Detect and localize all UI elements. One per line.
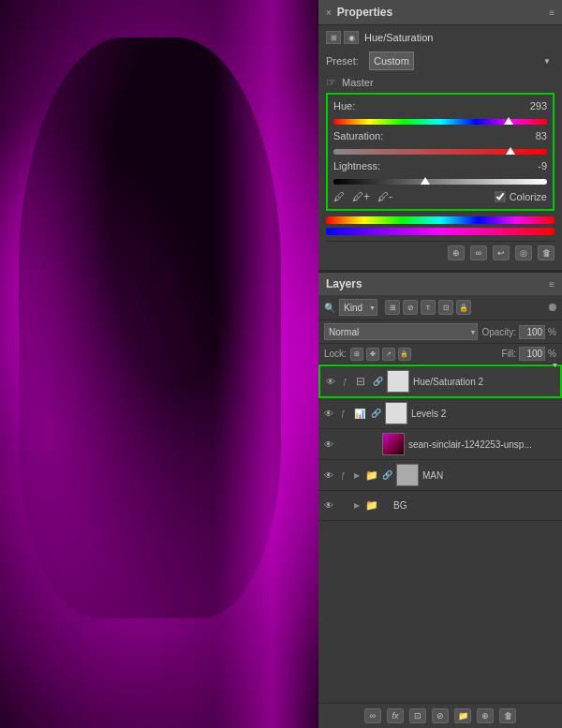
layer-thumb-hue-sat-2 <box>387 370 409 393</box>
master-row: ☞ Master <box>326 76 555 89</box>
preset-label: Preset: <box>326 55 363 67</box>
hue-label: Hue: <box>333 100 397 111</box>
panel-close-button[interactable]: × <box>326 7 332 18</box>
layers-btn-delete[interactable]: 🗑 <box>499 708 516 723</box>
layers-bottom-toolbar: ∞ fx ⊡ ⊘ 📁 ⊕ 🗑 <box>318 703 562 728</box>
preset-select[interactable]: Custom <box>369 52 414 70</box>
eyedropper-minus-icon[interactable]: 🖊- <box>377 190 392 203</box>
props-btn-link[interactable]: ∞ <box>470 245 487 260</box>
adjustment-icon-circle: ◉ <box>344 31 359 44</box>
panel-menu-icon[interactable]: ≡ <box>549 7 555 18</box>
saturation-slider-container[interactable] <box>333 145 547 158</box>
layer-eye-bg[interactable]: 👁 <box>324 500 337 511</box>
hue-slider-container[interactable] <box>333 115 547 128</box>
layer-chain-levels-2: 🔗 <box>371 409 381 418</box>
saturation-value: 83 <box>521 130 547 141</box>
colorize-checkbox[interactable] <box>495 191 506 202</box>
layers-search-icon: 🔍 <box>324 303 335 313</box>
hue-slider-track <box>333 119 547 125</box>
layer-expand-man[interactable]: ▶ <box>354 471 360 480</box>
layer-chain-hue-sat-2: 🔗 <box>373 377 383 386</box>
layer-name-bg: BG <box>393 500 556 511</box>
layer-eye-levels-2[interactable]: 👁 <box>324 409 337 419</box>
props-btn-visibility[interactable]: ◎ <box>515 245 532 260</box>
opacity-controls: Opacity: % ▼ <box>481 325 556 339</box>
hsl-controls-box: Hue: 293 Saturation: 83 Lightness: <box>326 93 555 211</box>
lightness-slider-thumb[interactable] <box>421 177 430 185</box>
layers-menu-icon[interactable]: ≡ <box>549 279 555 290</box>
lock-all-btn[interactable]: 🔒 <box>398 348 411 361</box>
eyedropper-icon[interactable]: 🖊 <box>333 190 345 203</box>
filter-icon-smart[interactable]: 🔒 <box>456 300 471 315</box>
layers-btn-adjust[interactable]: ⊘ <box>432 708 449 723</box>
blend-mode-select[interactable]: Normal <box>324 323 478 340</box>
layer-thumb-levels-2 <box>385 402 407 424</box>
props-btn-add[interactable]: ⊕ <box>448 245 465 260</box>
adjustment-type-icons: ⊞ ◉ <box>326 31 359 44</box>
preset-select-wrapper: Custom ▼ <box>369 52 555 70</box>
props-btn-reset[interactable]: ↩ <box>493 245 510 260</box>
layers-btn-group[interactable]: 📁 <box>454 708 471 723</box>
layer-link-man: ƒ <box>341 470 350 480</box>
properties-panel: × Properties ≡ ⊞ ◉ Hue/Saturation Preset… <box>318 0 562 728</box>
layer-row-bg[interactable]: 👁 ▶ 📁 BG <box>318 491 562 521</box>
eyedropper-row: 🖊 🖊+ 🖊- Colorize <box>333 190 547 203</box>
hue-value: 293 <box>521 100 547 111</box>
layers-header: Layers ≡ <box>318 273 562 295</box>
filter-icon-text[interactable]: T <box>421 300 436 315</box>
filter-icon-shape[interactable]: ⊡ <box>438 300 453 315</box>
lightness-slider-track <box>333 179 547 185</box>
layer-chain-man: 🔗 <box>382 470 392 480</box>
layer-row-hue-sat-2[interactable]: 👁 ƒ ⊟ 🔗 Hue/Saturation 2 <box>318 364 562 398</box>
properties-section: ⊞ ◉ Hue/Saturation Preset: Custom ▼ ☞ Ma… <box>318 25 562 271</box>
fill-input[interactable] <box>519 347 545 361</box>
layers-title: Layers <box>326 277 362 290</box>
filter-icons-group: ⊞ ⊘ T ⊡ 🔒 <box>385 300 471 315</box>
layers-filter-row: 🔍 Kind ▼ ⊞ ⊘ T ⊡ 🔒 <box>318 295 562 320</box>
filter-icon-adjust[interactable]: ⊘ <box>403 300 418 315</box>
opacity-percent: % <box>548 327 556 337</box>
lightness-label: Lightness: <box>333 160 397 171</box>
adjustment-icon-grid: ⊞ <box>326 31 341 44</box>
filter-icon-pixel[interactable]: ⊞ <box>385 300 400 315</box>
panel-title-area: × Properties <box>326 6 392 19</box>
layer-eye-hue-sat-2[interactable]: 👁 <box>326 377 339 387</box>
props-btn-delete[interactable]: 🗑 <box>538 245 555 260</box>
layer-eye-man[interactable]: 👁 <box>324 470 337 481</box>
lock-artboard-btn[interactable]: ↗ <box>382 348 395 361</box>
eyedropper-add-icon[interactable]: 🖊+ <box>352 190 370 203</box>
adjustment-label: Hue/Saturation <box>364 32 433 43</box>
opacity-input[interactable] <box>519 325 545 339</box>
panel-title: Properties <box>337 6 392 19</box>
hue-rainbow-bar-top <box>326 216 555 224</box>
layers-btn-link[interactable]: ∞ <box>364 708 381 723</box>
kind-select[interactable]: Kind <box>339 299 377 316</box>
layer-name-photo: sean-sinclair-1242253-unsp... <box>408 439 556 450</box>
lightness-slider-container[interactable] <box>333 175 547 188</box>
layer-name-man: MAN <box>422 470 556 481</box>
lock-pixels-btn[interactable]: ⊞ <box>350 348 363 361</box>
lightness-row: Lightness: -9 <box>333 160 547 171</box>
layer-row-levels-2[interactable]: 👁 ƒ 📊 🔗 Levels 2 <box>318 398 562 429</box>
saturation-label: Saturation: <box>333 130 397 141</box>
lock-fill-row: Lock: ⊞ ✤ ↗ 🔒 Fill: % ▼ <box>318 344 562 364</box>
layer-eye-photo[interactable]: 👁 <box>324 439 337 450</box>
saturation-slider-thumb[interactable] <box>506 147 515 155</box>
colorize-checkbox-group: Colorize <box>495 191 547 202</box>
layer-name-levels-2: Levels 2 <box>411 409 556 419</box>
hue-slider-thumb[interactable] <box>504 117 513 125</box>
preset-row: Preset: Custom ▼ <box>326 52 555 70</box>
layer-expand-bg[interactable]: ▶ <box>354 501 360 510</box>
layer-type-folder-icon-man: 📁 <box>365 469 378 482</box>
filter-active-dot <box>549 304 556 311</box>
lightness-value: -9 <box>521 160 547 171</box>
layers-btn-mask[interactable]: ⊡ <box>409 708 426 723</box>
layers-btn-fx[interactable]: fx <box>387 708 404 723</box>
layer-row-photo[interactable]: 👁 sean-sinclair-1242253-unsp... <box>318 429 562 460</box>
layers-btn-new[interactable]: ⊕ <box>477 708 494 723</box>
layer-type-levels-icon: 📊 <box>354 409 367 419</box>
master-label: Master <box>342 77 374 88</box>
lock-position-btn[interactable]: ✤ <box>366 348 379 361</box>
layer-row-man[interactable]: 👁 ƒ ▶ 📁 🔗 MAN <box>318 460 562 491</box>
fill-controls: Fill: % ▼ <box>502 347 556 361</box>
